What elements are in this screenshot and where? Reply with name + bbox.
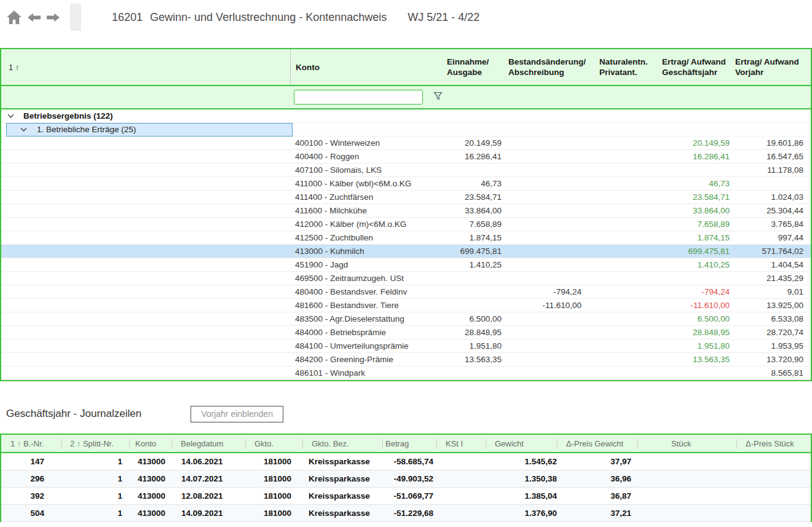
group-row[interactable]: Betriebsergebnis (122)	[1, 109, 811, 123]
account-label: 483500 - Agr.Dieselerstattung	[290, 314, 430, 323]
konto-filter-input[interactable]	[294, 90, 423, 105]
einnahme-ausgabe-value: 7.658,89	[430, 220, 504, 229]
journal-column-header[interactable]: Gewicht	[486, 435, 557, 453]
journal-column-header[interactable]: 2 ↑ Splitt-Nr.	[61, 435, 129, 453]
column-header-naturalentnahme[interactable]: Naturalentn. Privatant.	[584, 57, 656, 77]
toolbar-separator	[70, 4, 81, 31]
vorjahr-einblenden-button[interactable]: Vorjahr einblenden	[191, 406, 283, 422]
column-header-ertrag-vorjahr[interactable]: Ertrag/ Aufwand Vorjahr	[731, 57, 810, 77]
account-row[interactable]: 400400 - Roggen16.286,4116.286,4116.547,…	[1, 150, 811, 164]
column-header-einnahme-ausgabe[interactable]: Einnahme/ Ausgabe	[430, 57, 504, 77]
column-header-ertrag-geschaeftsjahr[interactable]: Ertrag/ Aufwand Geschäftsjahr	[656, 57, 731, 77]
account-row[interactable]: 413000 - Kuhmilch699.475,81699.475,81571…	[1, 245, 811, 258]
filter-icon[interactable]	[430, 92, 504, 103]
account-row[interactable]: 407100 - Silomais, LKS11.178,08	[1, 164, 811, 177]
report-title: Gewinn- und Verlustrechnung - Kontennach…	[150, 11, 387, 24]
account-row[interactable]: 481600 - Bestandsver. Tiere-11.610,00-11…	[1, 299, 811, 312]
ertrag-vorjahr-value: 11.178,08	[731, 165, 810, 175]
journal-cell-gkto: 181000	[245, 509, 302, 518]
selected-group-box[interactable]: 1. Betriebliche Erträge (25)	[6, 123, 293, 137]
journal-cell-betrag: -51.069,77	[382, 491, 436, 501]
ertrag-geschaeftsjahr-value: 46,73	[656, 179, 731, 188]
account-row[interactable]: 411600 - Milchkühe33.864,0033.864,0025.3…	[1, 204, 811, 218]
einnahme-ausgabe-value: 699.475,81	[430, 247, 504, 256]
account-label: 400400 - Roggen	[290, 152, 430, 161]
journal-row[interactable]: 392141300012.08.2021181000Kreissparkasse…	[1, 488, 811, 505]
journal-column-header[interactable]: Gkto.	[245, 435, 302, 453]
einnahme-ausgabe-value: 1.410,25	[430, 260, 504, 269]
group-row[interactable]: 1. Betriebliche Erträge (25)	[1, 123, 811, 137]
journal-cell-dpreis-gewicht: 36,87	[557, 491, 637, 501]
ertrag-geschaeftsjahr-value: 1.874,15	[656, 233, 731, 242]
journal-row[interactable]: 147141300014.06.2021181000Kreissparkasse…	[1, 453, 811, 470]
journal-table: 1 ↑ B.-Nr.2 ↑ Splitt-Nr.KontoBelegdatumG…	[0, 434, 812, 522]
account-label: 469500 - Zeitraumzugeh. USt	[290, 274, 430, 283]
journal-column-header[interactable]: Δ-Preis Gewicht	[557, 435, 637, 453]
account-row[interactable]: 412000 - Kälber (m)<6M.o.KG7.658,897.658…	[1, 218, 811, 231]
ertrag-geschaeftsjahr-value: 699.475,81	[656, 247, 731, 256]
top-bar: 16201 Gewinn- und Verlustrechnung - Kont…	[0, 0, 812, 34]
journal-cell-splitt: 1	[61, 491, 129, 501]
ertrag-vorjahr-value: 19.601,86	[731, 138, 810, 148]
account-label: 407100 - Silomais, LKS	[290, 165, 430, 175]
journal-column-header[interactable]: Betrag	[382, 435, 436, 453]
journal-cell-dpreis-gewicht: 37,97	[557, 457, 637, 466]
account-label: 486101 - Windpark	[290, 368, 430, 378]
journal-cell-belegdatum: 14.06.2021	[171, 457, 245, 466]
journal-column-header[interactable]: KSt I	[436, 435, 486, 453]
ertrag-geschaeftsjahr-value: 16.286,41	[656, 152, 731, 161]
journal-row[interactable]: 296141300014.07.2021181000Kreissparkasse…	[1, 470, 811, 488]
account-label: 400100 - Winterweizen	[290, 138, 430, 148]
account-row[interactable]: 411000 - Kälber (wbl)<6M.o.KG46,7346,73	[1, 177, 811, 191]
account-row[interactable]: 484200 - Greening-Prämie13.563,3513.563,…	[1, 353, 811, 367]
chevron-down-icon[interactable]	[7, 114, 14, 119]
journal-column-header[interactable]: 1 ↑ B.-Nr.	[1, 435, 61, 453]
account-row[interactable]: 483500 - Agr.Dieselerstattung6.500,006.5…	[1, 312, 811, 326]
journal-cell-gkto-bez: Kreissparkasse	[302, 457, 382, 466]
chevron-down-icon[interactable]	[20, 127, 27, 132]
ertrag-vorjahr-value: 571.764,02	[731, 247, 810, 256]
home-icon[interactable]	[6, 10, 22, 25]
account-row[interactable]: 486101 - Windpark8.565,81	[1, 367, 811, 380]
journal-column-header[interactable]: Konto	[129, 435, 171, 453]
forward-arrow-icon[interactable]	[46, 12, 60, 23]
ertrag-geschaeftsjahr-value: 1.410,25	[656, 260, 731, 269]
account-row[interactable]: 400100 - Winterweizen20.149,5920.149,591…	[1, 137, 811, 150]
account-row[interactable]: 412500 - Zuchtbullen1.874,151.874,15997,…	[1, 231, 811, 245]
ertrag-vorjahr-value: 25.304,44	[731, 206, 810, 215]
back-arrow-icon[interactable]	[27, 12, 41, 23]
journal-column-header[interactable]: Gkto. Bez.	[302, 435, 382, 453]
journal-cell-gkto: 181000	[245, 474, 302, 483]
journal-cell-bnr: 504	[1, 509, 61, 518]
einnahme-ausgabe-value: 20.149,59	[430, 138, 504, 148]
account-label: 413000 - Kuhmilch	[290, 247, 430, 256]
journal-table-header: 1 ↑ B.-Nr.2 ↑ Splitt-Nr.KontoBelegdatumG…	[1, 435, 811, 453]
einnahme-ausgabe-value: 33.864,00	[430, 206, 504, 215]
account-row[interactable]: 469500 - Zeitraumzugeh. USt21.435,29	[1, 272, 811, 285]
ertrag-geschaeftsjahr-value: 1.951,80	[656, 341, 731, 351]
account-row[interactable]: 484100 - Umverteilungsprämie1.951,801.95…	[1, 339, 811, 353]
account-row[interactable]: 480400 - Bestandsver. Feldinv-794,24-794…	[1, 285, 811, 299]
account-label: 480400 - Bestandsver. Feldinv	[290, 287, 430, 296]
account-row[interactable]: 484000 - Betriebsprämie28.848,9528.848,9…	[1, 326, 811, 339]
journal-row[interactable]: 504141300014.09.2021181000Kreissparkasse…	[1, 505, 811, 522]
account-label: 412000 - Kälber (m)<6M.o.KG	[290, 220, 430, 229]
ertrag-geschaeftsjahr-value: 20.149,59	[656, 138, 731, 148]
journal-column-header[interactable]: Stück	[637, 435, 736, 453]
journal-cell-bnr: 296	[1, 474, 61, 483]
journal-cell-bnr: 147	[1, 457, 61, 466]
sort-indicator[interactable]: 1 ↑	[1, 62, 290, 73]
einnahme-ausgabe-value: 1.874,15	[430, 233, 504, 242]
journal-column-header[interactable]: Δ-Preis Stück	[736, 435, 811, 453]
journal-cell-konto: 413000	[129, 457, 171, 466]
einnahme-ausgabe-value: 28.848,95	[430, 328, 504, 337]
account-row[interactable]: 451900 - Jagd1.410,251.410,251.404,54	[1, 258, 811, 272]
column-header-bestandsaenderung[interactable]: Bestandsänderung/ Abschreibung	[504, 57, 584, 77]
account-row[interactable]: 411400 - Zuchtfärsen23.584,7123.584,711.…	[1, 191, 811, 204]
ertrag-vorjahr-value: 16.547,65	[731, 152, 810, 161]
journal-cell-splitt: 1	[61, 474, 129, 483]
ertrag-vorjahr-value: 13.720,90	[731, 355, 810, 364]
column-header-konto[interactable]: Konto	[290, 49, 430, 85]
journal-column-header[interactable]: Belegdatum	[171, 435, 245, 453]
journal-cell-gkto: 181000	[245, 491, 302, 501]
